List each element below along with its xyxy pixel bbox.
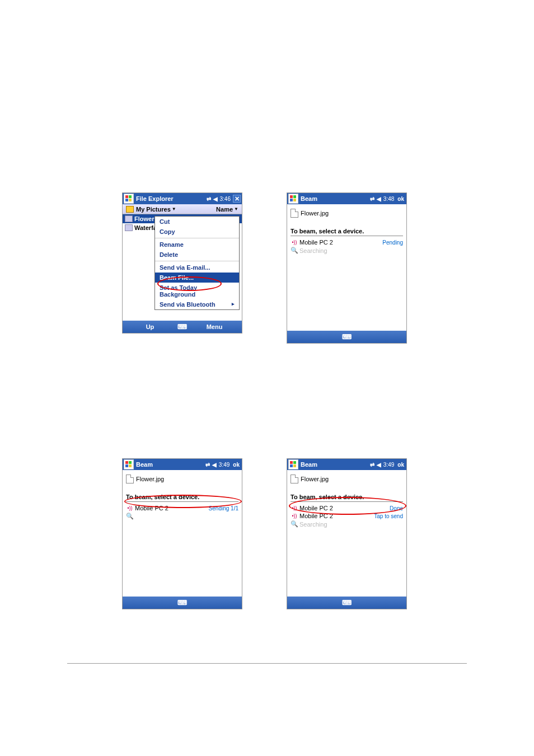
image-icon: [125, 224, 133, 231]
location-dropdown[interactable]: My Pictures: [136, 206, 171, 213]
menu-delete[interactable]: Delete: [155, 250, 239, 260]
beam-filename: Flower.jpg: [301, 476, 329, 482]
beam-instruction: To beam, select a device.: [126, 494, 238, 502]
signal-icon[interactable]: ⇄: [370, 462, 374, 468]
beam-panel: Flower.jpg To beam, select a device. •))…: [287, 204, 406, 331]
speaker-icon[interactable]: ◀: [212, 462, 217, 468]
menu-rename[interactable]: Rename: [155, 240, 239, 250]
titlebar: File Explorer ⇄ ◀ 3:46 ✕: [123, 193, 242, 204]
file-list: Flower 9/1/05 25.7K Waterfa Cut Copy Ren…: [123, 214, 242, 321]
start-icon[interactable]: [124, 194, 134, 204]
clock[interactable]: 3:49: [219, 462, 229, 468]
svg-rect-15: [293, 464, 296, 467]
clock[interactable]: 3:48: [383, 196, 394, 202]
menu-send-email[interactable]: Send via E-mail...: [155, 262, 239, 273]
context-menu: Cut Copy Rename Delete Send via E-mail..…: [154, 216, 240, 310]
window-title: File Explorer: [136, 195, 207, 202]
start-icon[interactable]: [288, 194, 298, 204]
location-bar: My Pictures ▼ Name ▼: [123, 204, 242, 214]
device-name: Mobile PC 2: [299, 505, 390, 511]
searching-label: Searching: [299, 247, 403, 254]
beam-panel: Flower.jpg To beam, select a device. •))…: [123, 470, 242, 597]
device-row[interactable]: •)) Mobile PC 2 Sending 1/1: [126, 504, 238, 512]
device-row-searching: 🔍 Searching: [291, 246, 403, 255]
clock[interactable]: 3:49: [383, 462, 394, 468]
speaker-icon[interactable]: ◀: [213, 196, 218, 202]
beam-file-row: Flower.jpg: [291, 209, 403, 218]
start-icon[interactable]: [288, 459, 298, 469]
search-icon: 🔍: [291, 520, 298, 528]
keyboard-icon[interactable]: ⌨: [177, 599, 187, 607]
infrared-icon: •)): [291, 240, 298, 245]
soft-key-bar: ⌨: [287, 331, 406, 343]
soft-key-bar: ⌨: [287, 597, 406, 609]
screenshot-beam-done: Beam ⇄ ◀ 3:49 ok Flower.jpg To beam, sel…: [287, 458, 407, 609]
infrared-icon: •)): [291, 505, 298, 511]
svg-rect-6: [290, 199, 293, 201]
beam-filename: Flower.jpg: [301, 210, 329, 217]
chevron-down-icon: ▼: [172, 206, 176, 212]
menu-copy[interactable]: Copy: [155, 227, 239, 237]
window-title: Beam: [301, 461, 370, 468]
signal-icon[interactable]: ⇄: [370, 196, 374, 202]
document-icon: [126, 475, 134, 483]
svg-rect-4: [290, 195, 293, 198]
menu-separator: [155, 238, 239, 238]
document-icon: [291, 475, 298, 483]
beam-instruction: To beam, select a device.: [291, 494, 403, 502]
image-icon: [125, 215, 133, 222]
menu-separator: [155, 261, 239, 261]
ok-button[interactable]: ok: [396, 196, 405, 202]
beam-file-row: Flower.jpg: [291, 475, 403, 483]
start-icon[interactable]: [124, 459, 134, 469]
svg-rect-11: [129, 464, 132, 467]
divider: [67, 663, 467, 664]
titlebar: Beam ⇄ ◀ 3:48 ok: [287, 193, 406, 204]
svg-rect-0: [125, 195, 128, 198]
menu-beam-file[interactable]: Beam File...: [155, 273, 239, 283]
svg-rect-13: [293, 461, 296, 464]
svg-rect-10: [125, 464, 128, 467]
device-status: Sending 1/1: [209, 505, 238, 511]
device-row[interactable]: •)) Mobile PC 2 Done: [291, 504, 403, 512]
soft-key-bar: ⌨: [123, 597, 242, 609]
window-title: Beam: [301, 195, 370, 202]
softkey-menu[interactable]: Menu: [187, 323, 242, 330]
svg-rect-2: [125, 199, 128, 201]
ok-button[interactable]: ok: [232, 462, 241, 468]
beam-filename: Flower.jpg: [136, 476, 164, 482]
device-name: Mobile PC 2: [135, 505, 209, 511]
clock[interactable]: 3:46: [220, 196, 231, 202]
beam-panel: Flower.jpg To beam, select a device. •))…: [287, 470, 406, 597]
beam-file-row: Flower.jpg: [126, 475, 238, 483]
device-row[interactable]: •)) Mobile PC 2 Tap to send: [291, 512, 403, 520]
svg-rect-5: [293, 195, 296, 198]
device-status: Done: [390, 505, 403, 511]
screenshot-file-explorer: File Explorer ⇄ ◀ 3:46 ✕ My Pictures ▼ N…: [122, 192, 242, 334]
soft-key-bar: Up ⌨ Menu: [123, 321, 242, 333]
keyboard-icon[interactable]: ⌨: [177, 323, 187, 331]
svg-rect-7: [293, 199, 296, 201]
sort-dropdown[interactable]: Name: [216, 206, 233, 213]
speaker-icon[interactable]: ◀: [377, 196, 381, 202]
signal-icon[interactable]: ⇄: [205, 462, 210, 468]
menu-set-today-bg[interactable]: Set as Today Background: [155, 283, 239, 299]
close-button[interactable]: ✕: [233, 195, 241, 203]
ok-button[interactable]: ok: [396, 462, 405, 468]
svg-rect-12: [290, 461, 293, 464]
signal-icon[interactable]: ⇄: [207, 196, 211, 202]
device-name: Mobile PC 2: [299, 513, 374, 519]
menu-send-bluetooth[interactable]: Send via Bluetooth: [155, 299, 239, 309]
document-icon: [291, 209, 298, 218]
softkey-up[interactable]: Up: [123, 323, 177, 330]
menu-cut[interactable]: Cut: [155, 217, 239, 227]
window-title: Beam: [136, 461, 205, 468]
svg-rect-1: [129, 195, 132, 198]
device-row[interactable]: •)) Mobile PC 2 Pending: [291, 238, 403, 246]
keyboard-icon[interactable]: ⌨: [342, 599, 352, 607]
keyboard-icon[interactable]: ⌨: [342, 333, 352, 341]
device-status: Pending: [382, 240, 403, 246]
speaker-icon[interactable]: ◀: [377, 462, 381, 468]
device-row-searching: 🔍: [126, 512, 238, 520]
titlebar: Beam ⇄ ◀ 3:49 ok: [123, 459, 242, 470]
